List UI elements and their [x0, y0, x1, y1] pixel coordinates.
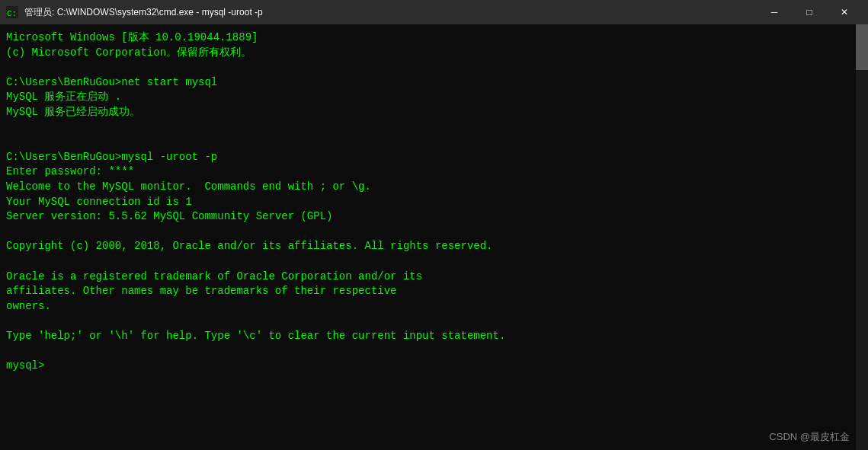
console-area[interactable]: Microsoft Windows [版本 10.0.19044.1889] (… — [0, 24, 868, 450]
title-bar-left: C: 管理员: C:\WINDOWS\system32\cmd.exe - my… — [6, 6, 263, 19]
cmd-window: C: 管理员: C:\WINDOWS\system32\cmd.exe - my… — [0, 0, 868, 450]
title-bar: C: 管理员: C:\WINDOWS\system32\cmd.exe - my… — [0, 0, 868, 24]
scrollbar[interactable] — [856, 24, 868, 450]
window-title: 管理员: C:\WINDOWS\system32\cmd.exe - mysql… — [24, 6, 263, 19]
close-button[interactable]: ✕ — [827, 0, 862, 24]
cmd-icon: C: — [6, 6, 18, 18]
watermark: CSDN @最皮杠金 — [769, 430, 850, 444]
console-output: Microsoft Windows [版本 10.0.19044.1889] (… — [6, 30, 859, 374]
maximize-button[interactable]: □ — [792, 0, 827, 24]
title-bar-controls: ─ □ ✕ — [757, 0, 862, 24]
scrollbar-thumb[interactable] — [856, 24, 868, 70]
minimize-button[interactable]: ─ — [757, 0, 792, 24]
svg-text:C:: C: — [7, 9, 17, 18]
